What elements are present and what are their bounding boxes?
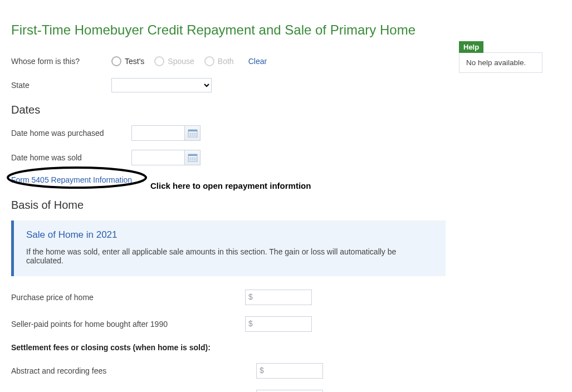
date-sold-label: Date home was sold [11, 153, 131, 162]
help-body: No help available. [459, 52, 542, 73]
seller-points-row: Seller-paid points for home bought after… [11, 316, 451, 332]
radio-icon [154, 56, 164, 66]
calendar-icon[interactable] [185, 125, 201, 141]
date-sold-input[interactable] [131, 150, 185, 165]
date-sold-row: Date home was sold [11, 150, 451, 165]
callout-body: If the home was sold, enter all applicab… [26, 247, 433, 265]
svg-rect-8 [188, 154, 197, 156]
date-purchased-row: Date home was purchased [11, 125, 451, 141]
repayment-link-wrap: Form 5405 Repayment Information Click he… [11, 174, 451, 197]
radio-icon [204, 56, 214, 66]
whose-form-row: Whose form is this? Test's Spouse Both C… [11, 55, 451, 68]
help-badge: Help [459, 41, 483, 53]
help-panel: Help No help available. [459, 41, 542, 73]
state-label: State [11, 81, 111, 90]
purchase-price-row: Purchase price of home $ [11, 290, 451, 305]
legal-fees-row: Legal fees $ [11, 390, 451, 392]
purchase-price-input[interactable] [245, 290, 312, 305]
basis-heading: Basis of Home [11, 199, 451, 212]
radio-label-tests: Test's [125, 57, 144, 66]
radio-both: Both [204, 56, 234, 66]
whose-form-label: Whose form is this? [11, 57, 111, 66]
radio-spouse: Spouse [154, 56, 194, 66]
whose-form-radio-group: Test's Spouse Both Clear [111, 56, 267, 66]
clear-link[interactable]: Clear [248, 57, 267, 66]
abstract-fees-row: Abstract and recording fees $ [11, 363, 451, 379]
state-row: State [11, 78, 451, 92]
settlement-fees-heading: Settlement fees or closing costs (when h… [11, 343, 451, 352]
dates-heading: Dates [11, 104, 451, 116]
radio-icon [111, 56, 121, 66]
state-select[interactable] [111, 78, 212, 92]
date-purchased-label: Date home was purchased [11, 129, 131, 138]
date-purchased-input[interactable] [131, 125, 185, 141]
seller-points-label: Seller-paid points for home bought after… [11, 320, 245, 329]
abstract-fees-input[interactable] [256, 363, 323, 379]
purchase-price-label: Purchase price of home [11, 293, 245, 302]
calendar-icon[interactable] [185, 150, 201, 165]
abstract-fees-label: Abstract and recording fees [11, 366, 256, 375]
form-5405-repayment-link[interactable]: Form 5405 Repayment Information [11, 174, 132, 185]
radio-label-both: Both [218, 57, 234, 66]
page-title: First-Time Homebuyer Credit Repayment an… [11, 22, 451, 38]
callout-title: Sale of Home in 2021 [26, 229, 433, 241]
legal-fees-input[interactable] [256, 390, 323, 392]
radio-tests[interactable]: Test's [111, 56, 144, 66]
radio-label-spouse: Spouse [168, 57, 194, 66]
svg-rect-1 [188, 130, 197, 131]
sale-of-home-callout: Sale of Home in 2021 If the home was sol… [11, 220, 446, 276]
annotation-text: Click here to open repayment informtion [150, 181, 311, 190]
seller-points-input[interactable] [245, 316, 312, 332]
